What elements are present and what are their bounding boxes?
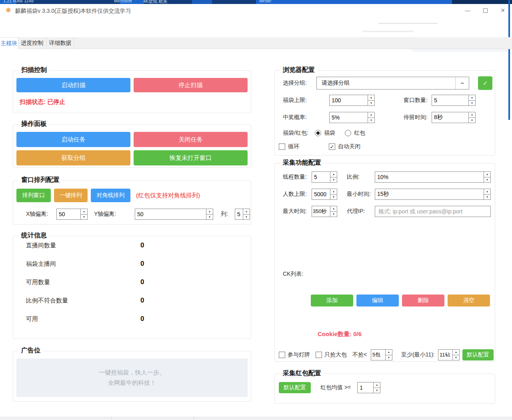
spinner-down-icon[interactable]: ▼ (374, 388, 380, 393)
ck-add-button[interactable]: 添加 (311, 295, 353, 307)
proxy-ip-input[interactable] (375, 206, 491, 217)
autoclose-checkbox-label[interactable]: 自动关闭 (338, 143, 360, 150)
tab-progress-control[interactable]: 进度控制 (18, 37, 46, 49)
ck-delete-button[interactable]: 删除 (402, 295, 444, 307)
group-select-dropdown[interactable]: 请选择分组 − (316, 77, 469, 90)
spinner-down-icon[interactable]: ▼ (206, 215, 213, 220)
loop-checkbox[interactable]: ✓ (279, 143, 285, 150)
x-offset-stepper[interactable]: ▲▼ (56, 209, 88, 220)
fudai-limit-input[interactable] (330, 95, 368, 105)
spinner-down-icon[interactable]: ▼ (484, 177, 490, 183)
spinner-down-icon[interactable]: ▼ (330, 212, 337, 217)
people-limit-input[interactable] (312, 189, 330, 199)
diagonal-arrange-button[interactable]: 对角线排列 (91, 189, 130, 202)
fudai-limit-stepper[interactable]: ▲▼ (329, 95, 375, 106)
maximize-button[interactable] (479, 5, 491, 16)
column-stepper[interactable]: ▲▼ (235, 209, 250, 220)
autoclose-checkbox[interactable]: ✓ (329, 143, 335, 150)
spinner-up-icon[interactable]: ▲ (330, 206, 337, 212)
spinner-up-icon[interactable]: ▲ (469, 95, 475, 101)
window-title: 麒麟福袋v 3.3.0(正版授权)本软件仅供交流学习 (15, 8, 131, 15)
restore-windows-button[interactable]: 恢复未打开窗口 (134, 150, 248, 165)
spinner-up-icon[interactable]: ▲ (206, 209, 213, 215)
spinner-down-icon[interactable]: ▼ (386, 355, 392, 360)
arrange-windows-button[interactable]: 排列窗口 (16, 189, 51, 202)
spinner-down-icon[interactable]: ▼ (81, 215, 87, 220)
spinner-down-icon[interactable]: ▼ (453, 355, 459, 360)
light-board-checkbox[interactable]: ✓ (279, 352, 285, 358)
bottom-edge-separator (111, 417, 112, 420)
spinner-up-icon[interactable]: ▲ (484, 172, 490, 177)
window-count-stepper[interactable]: ▲▼ (432, 95, 476, 106)
redpacket-average-input[interactable] (358, 382, 373, 393)
confirm-group-button[interactable]: ✓ (478, 76, 492, 90)
big-packet-checkbox-label[interactable]: 只抢大包 (324, 351, 350, 358)
start-task-button[interactable]: 启动任务 (16, 132, 130, 147)
spinner-down-icon[interactable]: ▼ (469, 118, 475, 123)
thread-count-stepper[interactable]: ▲▼ (312, 171, 337, 183)
spinner-up-icon[interactable]: ▲ (453, 350, 459, 355)
min-time-input[interactable] (375, 189, 484, 199)
redpacket-config-group: 采集红包配置 默认配置 红包均值 >= ▲▼ (274, 374, 495, 404)
spinner-up-icon[interactable]: ▲ (374, 382, 380, 388)
redpacket-average-stepper[interactable]: ▲▼ (357, 382, 380, 393)
tab-detail-data[interactable]: 详细数据 (46, 37, 74, 49)
spinner-down-icon[interactable]: ▼ (330, 195, 337, 200)
hongbao-radio-label[interactable]: 红包 (354, 129, 365, 137)
default-config-button[interactable]: 默认配置 (462, 349, 494, 360)
spinner-up-icon[interactable]: ▲ (368, 95, 374, 101)
at-least-input[interactable] (438, 350, 452, 360)
spinner-up-icon[interactable]: ▲ (469, 112, 475, 118)
close-button[interactable]: ✕ (497, 5, 509, 16)
ck-clear-button[interactable]: 清空 (448, 295, 490, 307)
at-least-stepper[interactable]: ▲▼ (438, 349, 460, 360)
spinner-up-icon[interactable]: ▲ (81, 209, 87, 215)
spinner-up-icon[interactable]: ▲ (330, 189, 337, 195)
spinner-down-icon[interactable]: ▼ (330, 177, 337, 183)
start-scan-button[interactable]: 启动扫描 (16, 78, 130, 92)
hongbao-radio[interactable] (345, 130, 351, 136)
ck-edit-button[interactable]: 编辑 (356, 295, 399, 307)
loop-checkbox-label[interactable]: 循环 (288, 143, 299, 150)
win-probability-input[interactable] (330, 112, 368, 123)
no-grab-stepper[interactable]: ▲▼ (371, 349, 392, 360)
stop-scan-button[interactable]: 停止扫描 (134, 78, 248, 92)
fudai-radio[interactable] (315, 130, 321, 136)
spinner-up-icon[interactable]: ▲ (386, 350, 392, 355)
redpacket-default-config-button[interactable]: 默认配置 (279, 382, 311, 393)
onekey-arrange-button[interactable]: 一键排列 (54, 189, 88, 202)
ratio-stepper[interactable]: ▲▼ (375, 171, 491, 183)
ratio-input[interactable] (375, 172, 484, 182)
fudai-radio-label[interactable]: 福袋 (324, 129, 335, 137)
x-offset-input[interactable] (57, 209, 80, 219)
spinner-up-icon[interactable]: ▲ (484, 189, 490, 195)
people-limit-stepper[interactable]: ▲▼ (312, 189, 337, 200)
y-offset-stepper[interactable]: ▲▼ (135, 209, 213, 220)
tab-main-module[interactable]: 主模块 (0, 37, 18, 49)
dropdown-indicator-icon[interactable]: − (455, 77, 469, 89)
win-probability-stepper[interactable]: ▲▼ (329, 112, 375, 123)
get-group-button[interactable]: 获取分组 (16, 150, 130, 165)
minimize-button[interactable]: — (462, 5, 474, 16)
window-count-input[interactable] (432, 95, 468, 105)
stay-time-input[interactable] (432, 112, 468, 123)
max-time-stepper[interactable]: ▲▼ (312, 206, 337, 217)
column-input[interactable] (235, 209, 243, 219)
spinner-up-icon[interactable]: ▲ (243, 209, 250, 215)
spinner-down-icon[interactable]: ▼ (368, 118, 374, 123)
big-packet-checkbox[interactable]: ✓ (316, 352, 322, 358)
no-grab-input[interactable] (371, 350, 385, 360)
max-time-input[interactable] (312, 206, 330, 217)
thread-count-input[interactable] (312, 172, 330, 182)
spinner-down-icon[interactable]: ▼ (368, 101, 374, 106)
close-task-button[interactable]: 关闭任务 (134, 132, 248, 147)
y-offset-input[interactable] (135, 209, 206, 219)
light-board-checkbox-label[interactable]: 参与灯牌 (288, 351, 312, 358)
spinner-up-icon[interactable]: ▲ (368, 112, 374, 118)
min-time-stepper[interactable]: ▲▼ (375, 189, 491, 200)
spinner-down-icon[interactable]: ▼ (243, 215, 250, 220)
spinner-up-icon[interactable]: ▲ (330, 172, 337, 177)
spinner-down-icon[interactable]: ▼ (469, 101, 475, 106)
spinner-down-icon[interactable]: ▼ (484, 195, 490, 200)
stay-time-stepper[interactable]: ▲▼ (432, 112, 476, 123)
